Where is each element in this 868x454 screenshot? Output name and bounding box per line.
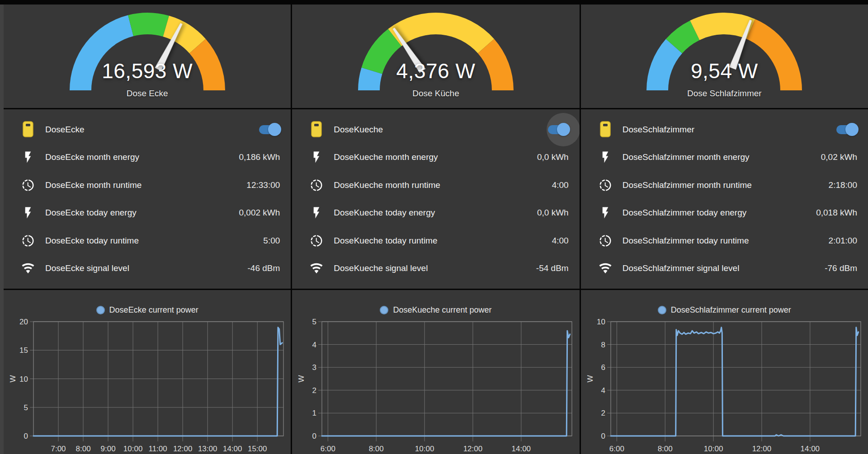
svg-text:W: W (297, 375, 306, 382)
entity-row-switch[interactable]: DoseEcke (4, 116, 291, 144)
entity-label: DoseSchlafzimmer (623, 125, 836, 135)
entity-label: DoseEcke month runtime (45, 180, 246, 190)
flash-icon (598, 206, 613, 220)
entity-label: DoseEcke month energy (45, 152, 239, 162)
history-chart: 0123456:008:0010:0012:0014:00W (292, 315, 579, 454)
chart-legend[interactable]: DoseKueche current power (292, 304, 579, 315)
series-dot-icon (380, 306, 388, 314)
svg-text:12:00: 12:00 (463, 445, 483, 453)
entity-value: 4:00 (552, 236, 569, 246)
svg-text:4: 4 (601, 386, 605, 395)
entity-row[interactable]: DoseKueche today energy 0,0 kWh (292, 199, 579, 227)
entities-card: DoseEcke DoseEcke month energy 0,186 kWh… (4, 109, 291, 289)
toggle-switch[interactable] (836, 125, 857, 134)
entity-row[interactable]: DoseEcke today energy 0,002 kWh (4, 199, 291, 227)
entity-value: 0,002 kWh (239, 208, 280, 218)
flash-icon (21, 206, 35, 220)
progress-clock-icon (21, 178, 35, 192)
entity-label: DoseKueche today runtime (334, 236, 552, 246)
toggle-knob (268, 123, 281, 136)
entity-row[interactable]: DoseSchlafzimmer month energy 0,02 kWh (581, 144, 868, 172)
svg-text:6:00: 6:00 (609, 445, 624, 453)
toggle-switch[interactable] (548, 125, 569, 134)
entity-value: 4:00 (552, 180, 569, 190)
svg-text:2: 2 (312, 386, 316, 395)
entity-label: DoseKueche month runtime (334, 180, 552, 190)
entity-row[interactable]: DoseSchlafzimmer today runtime 2:01:00 (581, 227, 868, 255)
history-chart: 051015207:008:009:0010:0011:0012:0013:00… (4, 315, 291, 454)
entity-row-switch[interactable]: DoseSchlafzimmer (581, 116, 868, 144)
series-name: DoseSchlafzimmer current power (671, 305, 791, 315)
svg-text:5: 5 (312, 318, 316, 326)
svg-text:10:00: 10:00 (415, 445, 434, 453)
entity-label: DoseSchlafzimmer today runtime (623, 236, 829, 246)
svg-text:10:00: 10:00 (703, 445, 723, 453)
progress-clock-icon (21, 234, 35, 248)
dashboard-grid: 16,593 W Dose Ecke 4,376 W Dose Küche 9,… (4, 5, 868, 454)
entity-value: 0,018 kWh (816, 208, 857, 218)
entity-row[interactable]: DoseSchlafzimmer signal level -76 dBm (581, 255, 868, 283)
entity-row[interactable]: DoseSchlafzimmer today energy 0,018 kWh (581, 199, 868, 227)
entity-label: DoseKueche month energy (334, 152, 537, 162)
svg-text:5: 5 (24, 403, 28, 412)
entity-row[interactable]: DoseKueche signal level -54 dBm (292, 255, 579, 283)
smart-plug-icon (309, 121, 324, 139)
entity-label: DoseSchlafzimmer today energy (623, 208, 816, 218)
svg-text:0: 0 (601, 432, 605, 440)
svg-text:10: 10 (597, 318, 605, 326)
entity-value: 12:33:00 (246, 180, 280, 190)
entity-value: -46 dBm (248, 263, 280, 273)
svg-text:11:00: 11:00 (148, 445, 167, 453)
entity-value: 0,02 kWh (821, 152, 857, 162)
entity-row[interactable]: DoseKueche month runtime 4:00 (292, 171, 579, 199)
gauge-card[interactable]: 9,54 W Dose Schlafzimmer (581, 5, 868, 108)
svg-text:15:00: 15:00 (248, 445, 267, 453)
gauge-title: Dose Ecke (4, 89, 291, 98)
history-graph-card: DoseEcke current power 051015207:008:009… (4, 290, 291, 454)
entity-row[interactable]: DoseEcke month runtime 12:33:00 (4, 171, 291, 199)
series-dot-icon (658, 306, 666, 314)
entity-value: 5:00 (263, 236, 280, 246)
entity-label: DoseSchlafzimmer month runtime (623, 180, 829, 190)
progress-clock-icon (309, 178, 324, 192)
svg-text:10: 10 (19, 375, 28, 384)
entity-row[interactable]: DoseEcke month energy 0,186 kWh (4, 144, 291, 172)
entity-row[interactable]: DoseEcke signal level -46 dBm (4, 255, 291, 283)
entity-label: DoseSchlafzimmer signal level (623, 263, 825, 273)
svg-text:0: 0 (24, 432, 28, 440)
svg-text:6: 6 (601, 363, 605, 372)
flash-icon (598, 150, 613, 164)
svg-text:2: 2 (601, 409, 605, 417)
series-name: DoseKueche current power (393, 305, 491, 315)
entity-row[interactable]: DoseKueche today runtime 4:00 (292, 227, 579, 255)
window-left-edge (0, 5, 4, 454)
entity-value: 0,0 kWh (537, 208, 569, 218)
history-graph-card: DoseKueche current power 0123456:008:001… (292, 290, 579, 454)
svg-text:7:00: 7:00 (51, 445, 66, 453)
gauge-card[interactable]: 4,376 W Dose Küche (292, 5, 579, 108)
chart-legend[interactable]: DoseEcke current power (4, 304, 291, 315)
svg-text:W: W (9, 375, 17, 382)
svg-text:0: 0 (312, 432, 316, 440)
svg-text:10:00: 10:00 (123, 445, 143, 453)
entity-row[interactable]: DoseSchlafzimmer month runtime 2:18:00 (581, 171, 868, 199)
svg-text:6:00: 6:00 (321, 445, 335, 453)
entity-row-switch[interactable]: DoseKueche (292, 116, 579, 144)
entity-label: DoseKueche (334, 125, 547, 135)
wifi-icon (309, 262, 324, 275)
smart-plug-icon (21, 121, 35, 139)
entity-label: DoseEcke (45, 125, 259, 135)
entity-row[interactable]: DoseEcke today runtime 5:00 (4, 227, 291, 255)
toggle-knob (557, 123, 570, 136)
gauge-value: 4,376 W (292, 59, 579, 83)
svg-text:14:00: 14:00 (223, 445, 242, 453)
entity-value: -54 dBm (536, 263, 569, 273)
toggle-switch[interactable] (259, 125, 280, 134)
entity-row[interactable]: DoseKueche month energy 0,0 kWh (292, 144, 579, 172)
gauge-title: Dose Schlafzimmer (581, 89, 868, 98)
svg-text:8:00: 8:00 (657, 445, 672, 453)
gauge-card[interactable]: 16,593 W Dose Ecke (4, 5, 291, 108)
entity-label: DoseEcke signal level (45, 263, 248, 273)
chart-legend[interactable]: DoseSchlafzimmer current power (581, 304, 868, 315)
series-dot-icon (96, 306, 105, 314)
